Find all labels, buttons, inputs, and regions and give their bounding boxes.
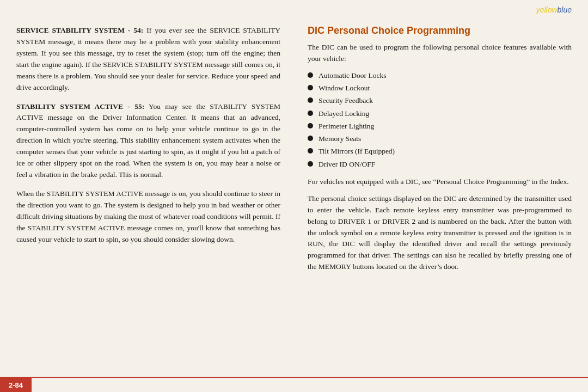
para3-text: When the STABILITY SYSTEM ACTIVE message…	[16, 189, 280, 243]
intro-text: The DIC can be used to program the follo…	[308, 42, 572, 65]
list-item: Delayed Locking	[308, 108, 572, 119]
page-container: yellowblue SERVICE STABILITY SYSTEM - 54…	[0, 0, 588, 392]
bullet-dot-icon	[308, 136, 313, 141]
para1-text: If you ever see the SERVICE STABILITY SY…	[16, 26, 280, 91]
list-item-text: Automatic Door Locks	[318, 70, 386, 81]
list-item-text: Window Lockout	[318, 83, 370, 94]
list-item-text: Memory Seats	[318, 133, 361, 144]
para2-block: STABILITY SYSTEM ACTIVE - 55: You may se…	[16, 101, 280, 181]
list-item-text: Driver ID ON/OFF	[318, 159, 375, 170]
top-branding: yellowblue	[536, 5, 572, 14]
footer-text-1: For vehicles not equipped with a DIC, se…	[308, 176, 572, 188]
para1-bold-label: SERVICE STABILITY SYSTEM - 54:	[16, 26, 143, 34]
brand-yellow: yellow	[536, 5, 558, 14]
list-item: Automatic Door Locks	[308, 70, 572, 81]
list-item: Perimeter Lighting	[308, 121, 572, 132]
page-number: 2-84	[0, 378, 32, 392]
brand-blue: blue	[558, 5, 572, 14]
list-item: Tilt Mirrors (If Equipped)	[308, 146, 572, 157]
bullet-dot-icon	[308, 111, 313, 116]
bullet-dot-icon	[308, 148, 313, 154]
bullet-dot-icon	[308, 97, 313, 103]
content-columns: SERVICE STABILITY SYSTEM - 54: If you ev…	[16, 25, 572, 373]
right-column: DIC Personal Choice Programming The DIC …	[302, 25, 572, 373]
para3-block: When the STABILITY SYSTEM ACTIVE message…	[16, 188, 280, 246]
bullet-dot-icon	[308, 85, 313, 90]
para1-block: SERVICE STABILITY SYSTEM - 54: If you ev…	[16, 25, 280, 94]
bullet-dot-icon	[308, 123, 313, 128]
page-footer: 2-84	[0, 377, 588, 392]
list-item: Memory Seats	[308, 133, 572, 144]
para2-text: You may see the STABILITY SYSTEM ACTIVE …	[16, 102, 280, 179]
footer-text-2: The personal choice settings displayed o…	[308, 193, 572, 273]
list-item: Window Lockout	[308, 83, 572, 94]
bullet-dot-icon	[308, 72, 313, 78]
list-item-text: Security Feedback	[318, 95, 373, 106]
list-item-text: Delayed Locking	[318, 108, 369, 119]
list-item: Driver ID ON/OFF	[308, 159, 572, 170]
left-column: SERVICE STABILITY SYSTEM - 54: If you ev…	[16, 25, 286, 373]
bullet-dot-icon	[308, 161, 313, 167]
bullet-list: Automatic Door LocksWindow LockoutSecuri…	[308, 70, 572, 170]
list-item-text: Tilt Mirrors (If Equipped)	[318, 146, 395, 157]
list-item-text: Perimeter Lighting	[318, 121, 374, 132]
section-title: DIC Personal Choice Programming	[308, 25, 572, 36]
list-item: Security Feedback	[308, 95, 572, 106]
para2-bold-label: STABILITY SYSTEM ACTIVE - 55:	[16, 102, 144, 111]
